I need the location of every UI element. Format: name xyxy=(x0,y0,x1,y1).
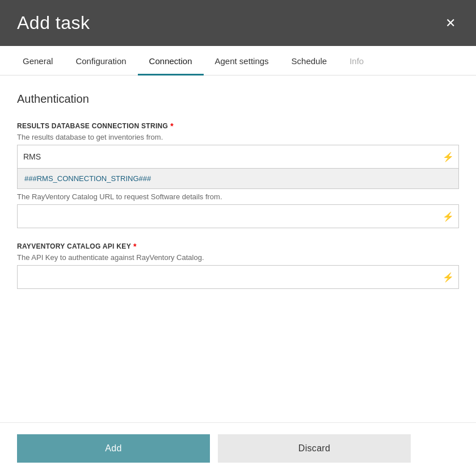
catalog-api-key-lightning-button[interactable]: ⚡ xyxy=(437,265,459,289)
tab-schedule[interactable]: Schedule xyxy=(280,46,339,75)
dialog-title: Add task xyxy=(17,12,90,33)
tab-configuration[interactable]: Configuration xyxy=(64,46,137,75)
catalog-host-url-field-group: RAYVENTORY CATALOG HOST URL The RayVento… xyxy=(17,182,459,228)
catalog-api-key-required: * xyxy=(133,242,137,251)
catalog-api-key-input[interactable] xyxy=(17,265,459,289)
connection-string-input-container: ⚡ xyxy=(17,145,459,169)
connection-string-required: * xyxy=(170,121,174,131)
discard-button[interactable]: Discard xyxy=(218,434,411,463)
catalog-host-url-lightning-button[interactable]: ⚡ xyxy=(437,204,459,228)
connection-string-label: RESULTS DATABASE CONNECTION STRING * xyxy=(17,121,459,131)
add-button[interactable]: Add xyxy=(17,434,210,463)
connection-string-lightning-button[interactable]: ⚡ xyxy=(437,145,459,169)
tab-agent-settings[interactable]: Agent settings xyxy=(204,46,280,75)
catalog-host-url-input[interactable] xyxy=(17,204,459,228)
section-title: Authentication xyxy=(17,93,459,106)
catalog-host-url-desc: The RayVentory Catalog URL to request So… xyxy=(17,192,459,201)
close-button[interactable]: ✕ xyxy=(442,16,459,31)
connection-string-input-wrapper: ⚡ ###RMS_CONNECTION_STRING### xyxy=(17,145,459,169)
add-task-dialog: Add task ✕ General Configuration Connect… xyxy=(0,0,476,474)
dialog-footer: Add Discard xyxy=(0,422,476,474)
connection-string-desc: The results database to get inventories … xyxy=(17,133,459,141)
connection-string-field-group: RESULTS DATABASE CONNECTION STRING * The… xyxy=(17,121,459,169)
catalog-api-key-desc: The API Key to authenticate against RayV… xyxy=(17,253,459,262)
suggestion-item-rms[interactable]: ###RMS_CONNECTION_STRING### xyxy=(18,169,458,188)
tab-general[interactable]: General xyxy=(11,46,64,75)
catalog-api-key-label: RAYVENTORY CATALOG API KEY * xyxy=(17,242,459,251)
catalog-host-url-input-wrapper: ⚡ xyxy=(17,204,459,228)
tab-info[interactable]: Info xyxy=(338,46,375,75)
catalog-api-key-input-wrapper: ⚡ xyxy=(17,265,459,289)
connection-string-dropdown: ###RMS_CONNECTION_STRING### xyxy=(17,169,459,189)
connection-string-input[interactable] xyxy=(17,145,459,169)
catalog-api-key-field-group: RAYVENTORY CATALOG API KEY * The API Key… xyxy=(17,242,459,289)
tab-connection[interactable]: Connection xyxy=(138,46,204,75)
tabs-bar: General Configuration Connection Agent s… xyxy=(0,46,476,75)
dialog-header: Add task ✕ xyxy=(0,0,476,46)
dialog-body: Authentication RESULTS DATABASE CONNECTI… xyxy=(0,75,476,422)
